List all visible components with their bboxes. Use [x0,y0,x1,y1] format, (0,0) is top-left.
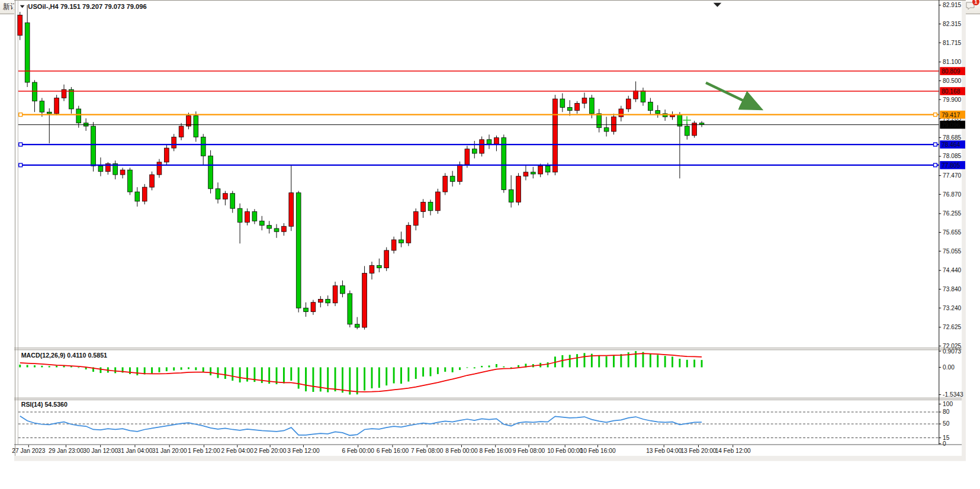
macd-hist-bar [49,366,50,367]
candle [340,286,345,294]
candle [326,299,330,303]
price-tick-label: 73.840 [943,286,961,292]
macd-hist-bar [576,354,578,367]
time-tick-label: 30 Jan 12:00 [83,448,118,454]
line-handle[interactable] [19,113,23,117]
candle [333,286,338,303]
candle [626,99,631,109]
candle [428,202,433,211]
candle [304,308,309,311]
mt4-window: { "toolbar": { "new_order_label": "新订单",… [0,0,980,489]
candle [523,172,528,176]
candle [450,176,455,182]
macd-hist-bar [246,367,248,381]
candle [157,162,162,175]
macd-hist-bar [598,355,600,367]
chart-area[interactable]: USOil-,H4 79.151 79.207 79.073 79.096MAC… [0,0,980,475]
macd-hist-bar [232,367,233,381]
time-tick-label: 6 Feb 00:00 [342,448,374,454]
candle [54,98,59,113]
candle [421,202,426,212]
candle [237,208,242,222]
macd-hist-bar [166,367,168,371]
macd-hist-bar [569,355,571,367]
macd-hist-bar [195,367,197,370]
candle [18,15,23,35]
candle [545,166,550,172]
price-badge-label: 80.168 [942,88,960,95]
macd-hist-bar [481,366,483,367]
macd-hist-bar [203,367,204,372]
macd-hist-bar [305,367,307,391]
macd-hist-bar [159,367,160,372]
macd-hist-bar [34,365,36,367]
macd-hist-bar [679,359,680,367]
time-tick-label: 8 Feb 00:00 [445,448,478,454]
rsi-tick-label: 50 [943,420,950,427]
candle [208,156,213,189]
macd-hist-bar [459,367,461,370]
macd-hist-bar [181,367,182,369]
time-tick-label: 8 Feb 16:00 [480,448,512,454]
time-tick-label: 14 Feb 12:00 [715,448,751,454]
macd-hist-bar [496,364,497,367]
time-tick-label: 13 Feb 20:00 [680,448,716,454]
line-handle[interactable] [19,143,23,146]
macd-label: MACD(12,26,9) 0.4110 0.5851 [21,352,107,359]
macd-hist-bar [422,367,424,377]
price-badge-label: 80.809 [942,68,960,75]
time-tick-label: 3 Feb 12:00 [287,448,320,454]
macd-hist-bar [385,367,387,385]
line-handle[interactable] [934,113,937,117]
candle [699,123,704,125]
candle [128,170,133,192]
candle [567,107,572,110]
time-tick-label: 2 Feb 20:00 [254,448,287,454]
rsi-tick-label: 0 [943,440,946,447]
price-tick-label: 73.240 [943,305,961,311]
macd-hist-bar [342,367,343,393]
candle [33,82,37,101]
macd-hist-bar [78,367,79,368]
macd-hist-bar [239,367,241,382]
candle [502,138,506,190]
price-tick-label: 82.915 [943,2,961,8]
macd-hist-bar [503,366,505,368]
macd-hist-bar [136,367,138,375]
price-tick-label: 72.625 [943,324,961,330]
macd-hist-bar [114,367,116,373]
macd-hist-bar [298,367,300,388]
candle [267,226,272,229]
candle [685,126,689,136]
candle [604,128,609,131]
candle [296,193,301,308]
line-handle[interactable] [934,143,937,146]
macd-tick-label: 0.9073 [943,348,961,355]
time-tick-label: 10 Feb 00:00 [547,448,583,454]
candle [413,211,418,225]
candle [538,166,543,174]
price-tick-label: 76.255 [943,210,961,217]
line-handle[interactable] [934,163,937,167]
price-tick-label: 76.870 [943,191,961,198]
candle [406,226,411,243]
price-tick-label: 78.085 [943,153,961,159]
macd-hist-bar [56,366,57,368]
candle [634,91,638,99]
time-tick-label: 1 Feb 12:00 [188,448,220,454]
line-handle[interactable] [19,163,23,167]
price-tick-label: 82.315 [943,21,961,27]
candle [377,265,381,268]
time-tick-label: 13 Feb 04:00 [646,448,682,454]
candle [516,176,521,202]
macd-hist-bar [518,365,519,368]
candle [142,187,147,201]
macd-hist-bar [701,360,703,367]
macd-hist-bar [364,367,365,390]
candle [164,148,169,162]
macd-hist-bar [312,367,314,392]
candle [465,149,470,165]
candle [458,165,462,182]
candle [120,170,125,175]
macd-hist-bar [19,365,21,368]
